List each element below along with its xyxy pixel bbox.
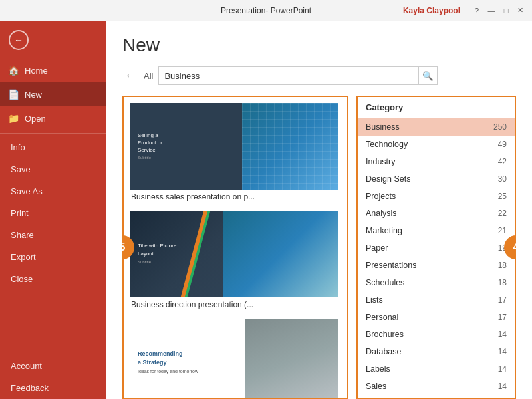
sidebar-item-open[interactable]: 📁 Open [0, 106, 106, 130]
category-item[interactable]: Sales14 [358, 378, 515, 395]
sidebar-item-info[interactable]: Info [0, 136, 106, 158]
divider-2 [0, 352, 106, 352]
category-item[interactable]: Labels14 [358, 360, 515, 378]
category-count: 30 [498, 174, 507, 184]
minimize-button[interactable]: — [485, 5, 497, 17]
sidebar-new-label: New [25, 90, 42, 100]
sidebar-item-save-as[interactable]: Save As [0, 180, 106, 202]
open-icon: 📁 [8, 113, 19, 124]
divider-1 [0, 133, 106, 134]
template-panel: 5 Selling aProduct orServiceSubtitle [122, 96, 348, 399]
category-name: Schedules [366, 278, 404, 287]
sidebar-item-print[interactable]: Print [0, 202, 106, 224]
category-count: 14 [498, 382, 507, 391]
category-item[interactable]: Business250 [358, 118, 515, 136]
back-button[interactable]: ← [5, 27, 32, 53]
sidebar-item-share[interactable]: Share [0, 224, 106, 246]
category-panel: 4 Category Business250Technology49Indust… [356, 96, 516, 399]
category-name: Industry [366, 157, 395, 166]
content-panels: 5 Selling aProduct orServiceSubtitle [122, 96, 516, 399]
search-row: ← All 🔍 [122, 66, 516, 85]
category-count: 21 [498, 226, 507, 235]
category-name: Presentations [366, 261, 416, 270]
sidebar-spacer [0, 290, 106, 349]
close-button[interactable]: ✕ [515, 5, 527, 17]
category-item[interactable]: Analysis22 [358, 205, 515, 222]
sidebar-item-home[interactable]: 🏠 Home [0, 59, 106, 82]
category-name: Analysis [366, 209, 397, 218]
category-name: Sales [366, 382, 386, 391]
category-item[interactable]: Industry42 [358, 153, 515, 170]
app-body: ← 🏠 Home 📄 New 📁 Open Info Save Save As … [0, 21, 532, 399]
category-item[interactable]: Lists17 [358, 291, 515, 309]
sidebar-item-account[interactable]: Account [0, 355, 106, 377]
sidebar: ← 🏠 Home 📄 New 📁 Open Info Save Save As … [0, 21, 106, 399]
category-item[interactable]: Design Sets30 [358, 170, 515, 188]
template-list[interactable]: Selling aProduct orServiceSubtitle Busin… [122, 96, 348, 399]
template-thumbnail: Title with PictureLayoutSubtitle [130, 211, 338, 297]
template-caption: Business sales presentation on p... [130, 190, 338, 204]
category-item[interactable]: Database14 [358, 343, 515, 360]
category-list: Category Business250Technology49Industry… [356, 96, 516, 399]
template-item[interactable]: Selling aProduct orServiceSubtitle Busin… [129, 102, 339, 205]
category-name: Lists [366, 295, 383, 305]
category-name: Database [366, 347, 402, 356]
all-link[interactable]: All [144, 71, 153, 81]
sidebar-item-new[interactable]: 📄 New [0, 82, 106, 106]
search-input[interactable] [159, 67, 418, 84]
category-item[interactable]: Schedules18 [358, 274, 515, 291]
category-count: 18 [498, 278, 507, 287]
category-item[interactable]: Projects25 [358, 188, 515, 205]
back-arrow-icon: ← [14, 35, 23, 45]
category-name: Business [366, 122, 400, 132]
category-name: Marketing [366, 226, 402, 235]
category-header: Category [358, 97, 515, 118]
sidebar-item-save[interactable]: Save [0, 158, 106, 180]
category-item[interactable]: Marketing21 [358, 222, 515, 239]
template-item[interactable]: Title with PictureLayoutSubtitle Busines… [129, 210, 339, 313]
help-button[interactable]: ? [471, 5, 483, 17]
category-count: 14 [498, 364, 507, 374]
category-name: Personal [366, 313, 398, 322]
template-thumbnail: Recommendinga Strategy Ideas for today a… [130, 319, 338, 399]
search-back-arrow[interactable]: ← [122, 67, 138, 84]
template-thumbnail: Selling aProduct orServiceSubtitle [130, 103, 338, 190]
category-item[interactable]: Personal17 [358, 309, 515, 326]
sidebar-item-close[interactable]: Close [0, 268, 106, 290]
page-title: New [122, 35, 516, 56]
category-item[interactable]: Presentations18 [358, 257, 515, 274]
category-count: 17 [498, 313, 507, 322]
category-item[interactable]: Paper19 [358, 239, 515, 257]
maximize-button[interactable]: □ [500, 5, 512, 17]
category-count: 14 [498, 347, 507, 356]
category-count: 14 [498, 330, 507, 339]
category-count: 18 [498, 261, 507, 270]
category-count: 49 [498, 140, 507, 149]
title-bar-title: Presentation- PowerPoint [179, 6, 352, 15]
category-item[interactable]: Brochures14 [358, 326, 515, 343]
category-item[interactable]: Technology49 [358, 136, 515, 153]
category-name: Technology [366, 140, 408, 149]
category-count: 22 [498, 209, 507, 218]
home-icon: 🏠 [8, 65, 19, 76]
search-box: 🔍 [158, 66, 438, 85]
template-caption: Business direction presentation (... [130, 297, 338, 312]
sidebar-item-export[interactable]: Export [0, 246, 106, 268]
search-button[interactable]: 🔍 [418, 66, 437, 85]
main-content: New ← All 🔍 5 [106, 21, 532, 399]
template-item[interactable]: Recommendinga Strategy Ideas for today a… [129, 318, 339, 399]
new-icon: 📄 [8, 89, 19, 100]
category-name: Paper [366, 243, 388, 253]
category-name: Labels [366, 364, 390, 374]
category-count: 42 [498, 157, 507, 166]
sidebar-home-label: Home [25, 66, 48, 76]
title-bar: Presentation- PowerPoint Kayla Claypool … [0, 0, 532, 21]
category-name: Projects [366, 192, 396, 201]
category-count: 25 [498, 192, 507, 201]
title-bar-user: Kayla Claypool [403, 6, 460, 15]
category-name: Brochures [366, 330, 404, 339]
sidebar-open-label: Open [25, 114, 46, 124]
category-name: Design Sets [366, 174, 410, 184]
sidebar-item-feedback[interactable]: Feedback [0, 377, 106, 399]
category-scroll[interactable]: Business250Technology49Industry42Design … [358, 118, 515, 398]
